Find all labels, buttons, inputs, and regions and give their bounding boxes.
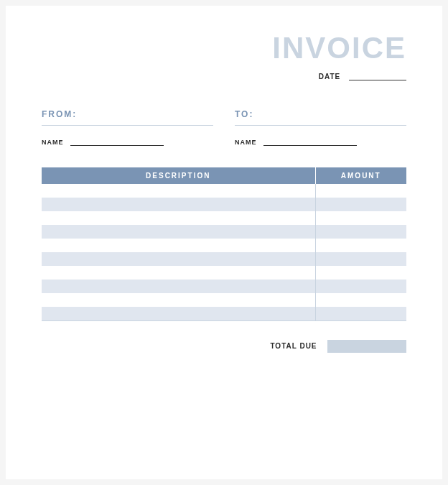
invoice-page: INVOICE DATE FROM: NAME TO: NAME DESCRIP… xyxy=(6,6,442,479)
to-name-field[interactable] xyxy=(263,140,357,146)
table-row xyxy=(42,225,406,239)
to-section: TO: NAME xyxy=(235,109,406,146)
table-row xyxy=(42,280,406,293)
total-label: TOTAL DUE xyxy=(270,342,317,350)
col-description: DESCRIPTION xyxy=(42,167,315,184)
date-row: DATE xyxy=(42,73,406,80)
cell-desc[interactable] xyxy=(42,293,315,307)
from-label: FROM: xyxy=(42,109,213,126)
to-label: TO: xyxy=(235,109,406,126)
cell-desc[interactable] xyxy=(42,225,315,239)
table-row xyxy=(42,198,406,211)
total-value-box[interactable] xyxy=(327,340,406,353)
col-amount: AMOUNT xyxy=(315,167,406,184)
cell-amt[interactable] xyxy=(315,280,406,293)
table-row xyxy=(42,266,406,280)
from-name-row: NAME xyxy=(42,139,213,146)
cell-amt[interactable] xyxy=(315,239,406,252)
cell-amt[interactable] xyxy=(315,293,406,307)
to-name-row: NAME xyxy=(235,139,406,146)
cell-amt[interactable] xyxy=(315,252,406,266)
table-row xyxy=(42,252,406,266)
from-name-field[interactable] xyxy=(70,140,164,146)
cell-amt[interactable] xyxy=(315,225,406,239)
cell-amt[interactable] xyxy=(315,211,406,225)
to-name-label: NAME xyxy=(235,139,257,146)
cell-desc[interactable] xyxy=(42,280,315,293)
table-row xyxy=(42,211,406,225)
invoice-table: DESCRIPTION AMOUNT xyxy=(42,167,406,321)
cell-desc[interactable] xyxy=(42,211,315,225)
cell-desc[interactable] xyxy=(42,184,315,198)
date-field[interactable] xyxy=(349,73,406,80)
table-row xyxy=(42,307,406,320)
from-name-label: NAME xyxy=(42,139,64,146)
date-label: DATE xyxy=(319,73,340,80)
invoice-title: INVOICE xyxy=(42,31,406,65)
cell-desc[interactable] xyxy=(42,252,315,266)
cell-desc[interactable] xyxy=(42,307,315,320)
cell-desc[interactable] xyxy=(42,266,315,280)
table-row xyxy=(42,239,406,252)
cell-amt[interactable] xyxy=(315,307,406,320)
table-row xyxy=(42,293,406,307)
table-row xyxy=(42,184,406,198)
cell-amt[interactable] xyxy=(315,266,406,280)
cell-amt[interactable] xyxy=(315,184,406,198)
cell-desc[interactable] xyxy=(42,239,315,252)
cell-amt[interactable] xyxy=(315,198,406,211)
invoice-table-body xyxy=(42,184,406,320)
parties-section: FROM: NAME TO: NAME xyxy=(42,109,406,146)
from-section: FROM: NAME xyxy=(42,109,213,146)
cell-desc[interactable] xyxy=(42,198,315,211)
total-row: TOTAL DUE xyxy=(42,339,406,353)
